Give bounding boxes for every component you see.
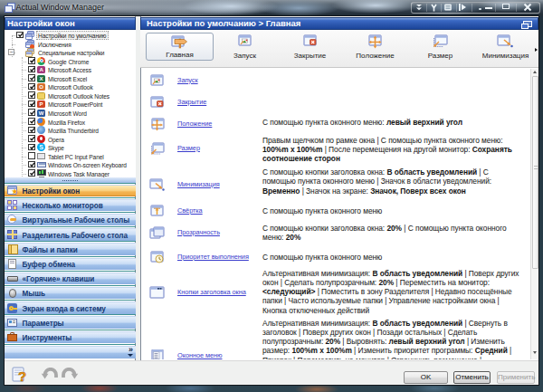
svg-text:?: ? <box>18 368 26 383</box>
